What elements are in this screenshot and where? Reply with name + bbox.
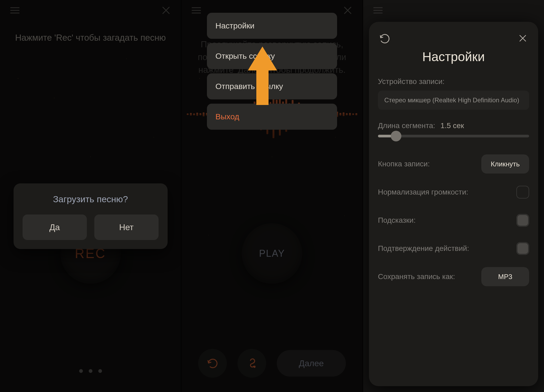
yes-button-label: Да xyxy=(49,222,60,232)
menu-item-settings[interactable]: Настройки xyxy=(207,13,337,39)
svg-marker-1 xyxy=(248,47,277,105)
record-device-label: Устройство записи: xyxy=(378,77,529,86)
confirm-actions-checkbox[interactable] xyxy=(516,242,529,255)
segment-length-slider[interactable] xyxy=(378,135,529,137)
record-button-mode-select[interactable]: Кликнуть xyxy=(481,154,529,174)
screen-settings: Настройки Устройство записи: Стерео микш… xyxy=(363,0,544,392)
segment-length-value: 1.5 сек xyxy=(440,121,464,130)
hamburger-icon[interactable] xyxy=(371,3,385,17)
no-button[interactable]: Нет xyxy=(94,214,159,240)
menu-item-label: Настройки xyxy=(215,21,254,30)
save-as-value: MP3 xyxy=(498,273,512,281)
save-as-select[interactable]: MP3 xyxy=(481,267,529,286)
save-as-label: Сохранять запись как: xyxy=(378,272,455,281)
screen-rec: Нажмите 'Rec' чтобы загадать песню REC З… xyxy=(0,0,181,392)
confirm-actions-label: Подтверждение действий: xyxy=(378,244,469,253)
menu-item-label: Выход xyxy=(215,112,239,121)
menu-item-exit[interactable]: Выход xyxy=(207,104,337,130)
normalize-volume-label: Нормализация громкости: xyxy=(378,188,468,196)
record-button-mode-value: Кликнуть xyxy=(491,160,520,168)
yes-button[interactable]: Да xyxy=(23,214,87,240)
normalize-volume-checkbox[interactable] xyxy=(516,186,529,199)
tutorial-arrow-icon xyxy=(248,47,277,105)
close-icon[interactable] xyxy=(516,32,529,45)
record-device-select[interactable]: Стерео микшер (Realtek High Definition A… xyxy=(378,91,529,110)
segment-length-label: Длина сегмента: xyxy=(378,121,435,130)
no-button-label: Нет xyxy=(119,222,134,232)
slider-thumb[interactable] xyxy=(391,131,401,141)
screen-play: Прослушайте развернутую запись, поделите… xyxy=(181,0,363,392)
dialog-question: Загрузить песню? xyxy=(23,194,159,204)
load-song-dialog: Загрузить песню? Да Нет xyxy=(14,183,168,249)
settings-panel: Настройки Устройство записи: Стерео микш… xyxy=(369,22,538,386)
hints-checkbox[interactable] xyxy=(516,214,529,227)
record-device-value: Стерео микшер (Realtek High Definition A… xyxy=(384,96,519,104)
back-icon[interactable] xyxy=(378,32,391,45)
record-button-mode-label: Кнопка записи: xyxy=(378,160,430,168)
settings-title: Настройки xyxy=(378,49,529,64)
hints-label: Подсказки: xyxy=(378,216,416,225)
